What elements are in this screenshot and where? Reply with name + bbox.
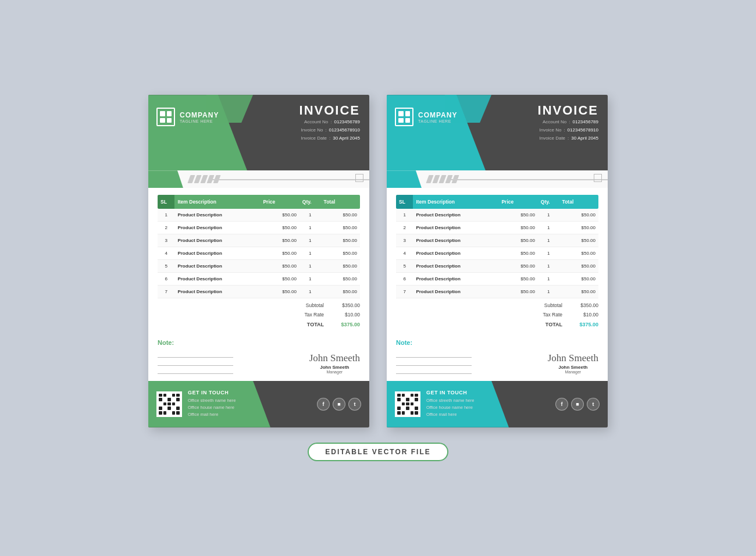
horiz-line [212,179,369,180]
note-sig-row: Note: John Smeeth John Smeeth Manager [387,334,608,381]
footer-content: GET IN TOUCH Office streeth name here Of… [148,381,369,427]
row-price: $50.00 [498,234,537,247]
account-no-row: Account No : 0123456789 [299,118,360,126]
th-desc: Item Description [174,195,260,209]
row-desc: Product Description [413,209,498,222]
title-block: INVOICE Account No : 0123456789 Invoice … [299,103,360,142]
row-sl: 6 [158,273,174,286]
social-twitter-icon[interactable]: t [587,398,600,411]
row-sl: 2 [396,222,413,234]
invoice-footer: GET IN TOUCH Office streeth name here Of… [148,381,369,427]
qr-code [395,391,420,417]
note-sig-row: Note: John Smeeth John Smeeth Manager [148,334,369,381]
row-price: $50.00 [498,247,537,260]
footer-info: GET IN TOUCH Office streeth name here Of… [188,390,311,418]
row-qty: 1 [299,247,321,260]
table-row: 5 Product Description $50.00 1 $50.00 [396,260,598,273]
th-price: Price [260,195,299,209]
note-lines [158,350,309,374]
tax-row: Tax Rate $10.00 [292,310,360,319]
social-twitter-icon[interactable]: t [348,398,361,411]
social-facebook-icon[interactable]: f [317,398,330,411]
table-row: 4 Product Description $50.00 1 $50.00 [158,247,360,260]
row-total: $50.00 [321,247,360,260]
invoice-no-row: Invoice No : 012345678910 [299,126,360,134]
footer-address1: Office streeth name here [426,397,550,404]
table-row: 3 Product Description $50.00 1 $50.00 [396,234,598,247]
signature-title: Manager [309,370,360,374]
th-qty: Qty. [299,195,321,209]
invoice-table: SL Item Description Price Qty. Total 1 P… [396,195,598,298]
note-line-2 [396,358,472,366]
th-total: Total [559,195,598,209]
th-sl: SL [396,195,413,209]
footer-address2: Office house name here [426,404,550,411]
grand-total-row: TOTAL $375.00 [530,320,598,330]
invoice-header: COMPANY TAGLINE HERE INVOICE Account No … [148,95,369,170]
footer-address3: Office mail here [426,411,550,418]
signature-script: John Smeeth [548,352,598,364]
note-line-3 [396,366,472,374]
stripe-area [148,170,369,188]
tax-value: $10.00 [331,310,360,319]
invoice-date-value: 30 April 2045 [571,134,598,142]
subtotal-label: Subtotal [292,301,324,310]
table-row: 5 Product Description $50.00 1 $50.00 [158,260,360,273]
row-qty: 1 [538,286,559,298]
table-row: 2 Product Description $50.00 1 $50.00 [396,222,598,234]
invoice-date-value: 30 April 2045 [333,134,360,142]
row-total: $50.00 [559,247,598,260]
row-qty: 1 [299,234,321,247]
tax-value: $10.00 [569,310,598,319]
invoice-title: INVOICE [299,103,360,118]
logo-icon [156,108,175,126]
row-qty: 1 [299,222,321,234]
invoice-table: SL Item Description Price Qty. Total 1 P… [158,195,360,298]
th-price: Price [498,195,537,209]
note-line-1 [158,350,233,358]
row-desc: Product Description [413,247,498,260]
social-facebook-icon[interactable]: f [555,398,568,411]
row-price: $50.00 [260,286,299,298]
tax-label: Tax Rate [530,310,562,319]
signature-block: John Smeeth John Smeeth Manager [548,352,598,373]
row-qty: 1 [538,247,559,260]
footer-address3: Office mail here [188,411,311,418]
invoice-date-row: Invoice Date : 30 April 2045 [538,134,598,142]
logo-block: COMPANY TAGLINE HERE [156,108,219,126]
corner-detail [355,174,363,182]
row-sl: 2 [158,222,174,234]
company-name: COMPANY [180,111,219,119]
social-copy-icon[interactable]: ■ [571,398,584,411]
table-row: 7 Product Description $50.00 1 $50.00 [396,286,598,298]
subtotal-value: $350.00 [569,301,598,310]
social-copy-icon[interactable]: ■ [333,398,345,411]
row-qty: 1 [299,273,321,286]
signature-name: John Smeeth [309,365,360,370]
logo-text: COMPANY TAGLINE HERE [180,111,219,123]
row-sl: 3 [396,234,413,247]
qr-code [156,391,182,417]
row-desc: Product Description [174,222,260,234]
row-price: $50.00 [498,286,537,298]
table-row: 6 Product Description $50.00 1 $50.00 [158,273,360,286]
totals-section: Subtotal $350.00 Tax Rate $10.00 TOTAL $… [148,298,369,334]
row-sl: 1 [158,209,174,222]
invoice-date-label: Invoice Date [540,134,565,142]
tax-row: Tax Rate $10.00 [530,310,598,319]
footer-socials: f ■ t [555,398,600,411]
table-row: 3 Product Description $50.00 1 $50.00 [158,234,360,247]
table-wrap: SL Item Description Price Qty. Total 1 P… [148,188,369,298]
grand-total-label: TOTAL [530,320,562,330]
subtotal-row: Subtotal $350.00 [292,301,360,310]
row-desc: Product Description [174,234,260,247]
row-sl: 1 [396,209,413,222]
note-line-1 [396,350,472,358]
invoice-footer: GET IN TOUCH Office streeth name here Of… [387,381,608,427]
row-total: $50.00 [559,209,598,222]
invoice-no-value: 012345678910 [568,126,598,134]
row-price: $50.00 [498,222,537,234]
invoice-card-teal: COMPANY TAGLINE HERE INVOICE Account No … [387,95,608,427]
row-desc: Product Description [413,286,498,298]
row-price: $50.00 [260,260,299,273]
